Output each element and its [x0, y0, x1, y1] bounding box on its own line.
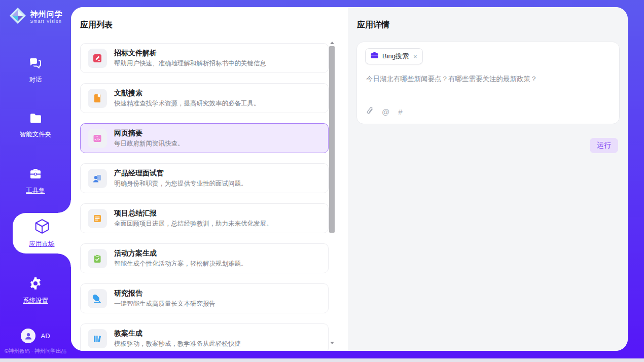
run-button[interactable]: 运行	[590, 138, 618, 153]
hash-icon[interactable]: #	[398, 107, 402, 116]
app-card-desc: 帮助用户快速、准确地理解和解析招标书中的关键信息	[114, 59, 266, 67]
user-account[interactable]: AD	[0, 329, 71, 343]
app-card-desc: 全面回顾项目进展，总结经验教训，助力未来优化发展。	[114, 220, 273, 228]
app-card-icon	[88, 249, 107, 268]
person-icon	[24, 332, 32, 340]
avatar	[21, 329, 35, 343]
toolbox-icon	[28, 167, 43, 183]
paperclip-icon[interactable]	[366, 106, 373, 117]
sidebar: 神州问学 Smart Vision 对话 智能文件夹 工具集	[0, 0, 71, 358]
app-card-title: 项目总结汇报	[114, 209, 273, 218]
gear-icon	[28, 276, 43, 293]
mention-icon[interactable]: @	[382, 107, 389, 116]
app-card-title: 活动方案生成	[114, 249, 247, 258]
chat-icon	[28, 57, 43, 71]
app-list-panel: 应用列表 招标文件解析 帮助用户快速、准确地理解和解析招标书中的关键信息 文献搜…	[71, 7, 348, 351]
app-card-title: 网页摘要	[114, 129, 184, 137]
scrollbar	[329, 40, 335, 346]
sidebar-item-toolset[interactable]: 工具集	[0, 167, 71, 195]
app-card-title: 教案生成	[114, 329, 241, 338]
app-card[interactable]: </> 网页摘要 每日政府新闻资讯快查。	[80, 123, 329, 153]
brand-subtitle: Smart Vision	[30, 19, 63, 24]
app-card-title: 招标文件解析	[114, 49, 266, 57]
sidebar-item-settings[interactable]: 系统设置	[0, 276, 71, 305]
app-card-desc: 明确身份和职责，为您提供专业性的面试问题。	[114, 179, 247, 188]
sidebar-item-label: 工具集	[26, 187, 45, 195]
app-card-desc: 每日政府新闻资讯快查。	[114, 139, 184, 148]
app-list-title: 应用列表	[80, 20, 113, 30]
app-detail-panel: 应用详情 Bing搜索 × 今日湖北有哪些新闻要点？有哪些需要关注的最新政策？	[348, 7, 628, 351]
sidebar-item-chat[interactable]: 对话	[0, 57, 71, 84]
app-card-icon	[88, 89, 107, 108]
cube-icon	[34, 219, 50, 237]
sidebar-item-app-market[interactable]: 应用市场	[13, 213, 71, 254]
close-icon[interactable]: ×	[413, 53, 417, 60]
sidebar-item-label: 智能文件夹	[20, 130, 52, 139]
app-card[interactable]: 项目总结汇报 全面回顾项目进展，总结经验教训，助力未来优化发展。	[80, 203, 329, 233]
brand-name: 神州问学	[30, 10, 63, 18]
scrollbar-thumb[interactable]	[329, 46, 335, 233]
app-card-desc: 智能生成个性化活动方案，轻松解决规划难题。	[114, 260, 247, 268]
briefcase-icon	[371, 52, 378, 61]
user-initials: AD	[41, 332, 50, 340]
app-card-icon	[88, 289, 107, 308]
app-card-icon	[88, 329, 107, 348]
app-card-icon	[88, 209, 107, 228]
app-card-icon	[88, 169, 107, 188]
app-card-icon: </>	[88, 129, 107, 148]
scroll-down-button[interactable]	[329, 340, 335, 346]
app-list: 招标文件解析 帮助用户快速、准确地理解和解析招标书中的关键信息 文献搜索 快速精…	[80, 43, 329, 351]
app-card[interactable]: 产品经理面试官 明确身份和职责，为您提供专业性的面试问题。	[80, 163, 329, 193]
app-card-title: 研究报告	[114, 289, 216, 298]
scroll-up-button[interactable]	[329, 40, 335, 46]
sidebar-item-smart-folder[interactable]: 智能文件夹	[0, 113, 71, 139]
app-card-title: 产品经理面试官	[114, 169, 247, 177]
app-card-desc: 一键智能生成高质量长文本研究报告	[114, 300, 216, 308]
prompt-card: Bing搜索 × 今日湖北有哪些新闻要点？有哪些需要关注的最新政策？ @ #	[356, 42, 620, 124]
svg-text:</>: </>	[95, 137, 100, 141]
app-card[interactable]: 文献搜索 快速精准查找学术资源，提高研究效率的必备工具。	[80, 83, 329, 113]
sidebar-item-label: 应用市场	[29, 240, 55, 248]
query-input[interactable]: 今日湖北有哪些新闻要点？有哪些需要关注的最新政策？	[366, 74, 609, 84]
sidebar-item-label: 系统设置	[23, 297, 48, 305]
app-card[interactable]: 活动方案生成 智能生成个性化活动方案，轻松解决规划难题。	[80, 243, 329, 273]
app-card[interactable]: 教案生成 模板驱动，教案秒成，教学准备从此轻松快捷	[80, 323, 329, 351]
app-card[interactable]: 招标文件解析 帮助用户快速、准确地理解和解析招标书中的关键信息	[80, 43, 329, 73]
copyright-text: ©神州数码 · 神州问学出品	[0, 348, 71, 355]
app-card-desc: 快速精准查找学术资源，提高研究效率的必备工具。	[114, 99, 260, 107]
app-card[interactable]: 研究报告 一键智能生成高质量长文本研究报告	[80, 283, 329, 313]
folder-icon	[29, 113, 43, 126]
brand-logo: 神州问学 Smart Vision	[0, 7, 71, 27]
app-detail-title: 应用详情	[357, 20, 389, 30]
app-card-icon	[88, 49, 107, 68]
app-card-desc: 模板驱动，教案秒成，教学准备从此轻松快捷	[114, 340, 241, 348]
app-card-title: 文献搜索	[114, 89, 260, 97]
main-content: 应用列表 招标文件解析 帮助用户快速、准确地理解和解析招标书中的关键信息 文献搜…	[71, 7, 628, 351]
diamond-logo-icon	[9, 7, 27, 27]
tool-chip-bing-search[interactable]: Bing搜索 ×	[365, 48, 423, 64]
composer-toolbar: @ #	[366, 106, 403, 117]
sidebar-item-label: 对话	[29, 76, 42, 84]
tool-chip-label: Bing搜索	[382, 52, 409, 61]
